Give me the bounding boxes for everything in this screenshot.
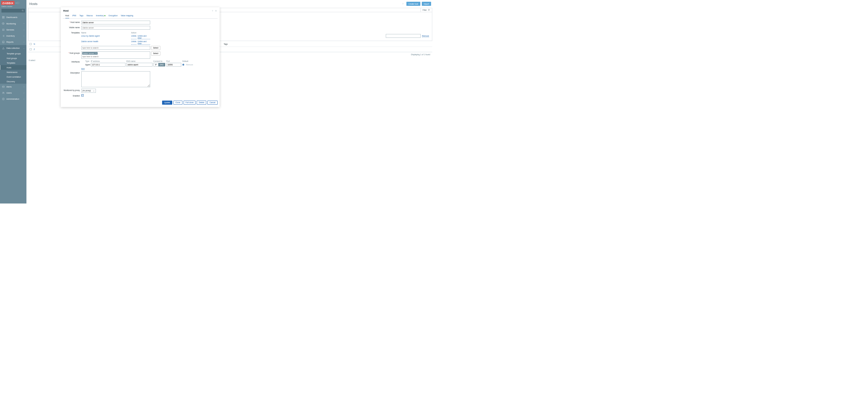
svg-rect-2 <box>2 16 3 17</box>
interface-row: Agent IP DNS Remove <box>81 63 218 66</box>
sidebar-item-services[interactable]: Services﹀ <box>0 27 26 33</box>
tab-encryption[interactable]: Encryption <box>108 14 118 18</box>
full-clone-button[interactable]: Full clone <box>184 100 196 105</box>
template-link[interactable]: Zabbix server health <box>81 40 98 42</box>
eye-icon <box>2 22 5 25</box>
if-dns-input[interactable] <box>126 63 153 66</box>
modal-help-icon[interactable]: ? <box>212 9 213 12</box>
users-icon <box>2 92 5 94</box>
update-button[interactable]: Update <box>162 100 172 105</box>
filter-toggle[interactable]: Filter <box>420 8 432 12</box>
if-port-input[interactable] <box>166 63 181 66</box>
search-input[interactable] <box>1 9 25 12</box>
sidebar-item-alerts[interactable]: Alerts﹀ <box>0 84 26 90</box>
sidebar-item-inventory[interactable]: Inventory﹀ <box>0 33 26 39</box>
cancel-button[interactable]: Cancel <box>208 100 217 105</box>
svg-point-7 <box>2 29 3 30</box>
select-all-checkbox[interactable] <box>30 43 32 45</box>
tab-tags[interactable]: Tags <box>79 14 83 18</box>
tab-inventory[interactable]: Inventory <box>96 14 105 18</box>
tpl-header-name: Name <box>81 32 131 34</box>
label-hostgroups: Host groups <box>69 52 80 54</box>
hostname-input[interactable] <box>81 21 151 24</box>
sidebar-subitem-template-groups[interactable]: Template groups <box>0 51 26 56</box>
sidebar-item-label: Dashboards <box>6 16 25 18</box>
chevron-down-icon: ﹀ <box>23 41 25 43</box>
svg-rect-4 <box>2 18 3 18</box>
sidebar-item-administration[interactable]: Administration﹀ <box>0 96 26 102</box>
sidebar-subitem-host-groups[interactable]: Host groups <box>0 56 26 60</box>
hostgroups-multiselect[interactable]: Zabbix servers ✕ <box>81 52 151 59</box>
chevron-down-icon: ⌄ <box>93 90 95 92</box>
col-tags: Tags <box>224 43 232 45</box>
host-modal: Host ? ✕ HostIPMITagsMacrosInventoryEncr… <box>61 7 220 107</box>
sidebar-item-users[interactable]: Users﹀ <box>0 90 26 96</box>
status-dot-icon <box>104 15 105 16</box>
sidebar-subitem-maintenance[interactable]: Maintenance <box>0 70 26 75</box>
template-select-button[interactable]: Select <box>151 46 160 50</box>
enabled-checkbox[interactable]: ✓ <box>81 94 84 96</box>
sidebar-item-dashboards[interactable]: Dashboards <box>0 14 26 20</box>
sidebar-subitem-discovery[interactable]: Discovery <box>0 79 26 84</box>
remove-pill-icon[interactable]: ✕ <box>95 53 97 54</box>
if-ip-input[interactable] <box>91 63 125 66</box>
help-icon[interactable]: ? <box>402 3 403 5</box>
hostgroup-pill-label: Zabbix servers <box>83 53 94 54</box>
collapse-sidebar-icon[interactable]: « <box>16 2 17 4</box>
page-header: Hosts ? Create host Import <box>26 0 434 7</box>
delete-button[interactable]: Delete <box>197 100 206 105</box>
page-title: Hosts <box>29 2 401 5</box>
import-button[interactable]: Import <box>422 2 431 6</box>
sidebar-subitem-templates[interactable]: Templates <box>0 60 26 65</box>
connect-to-toggle[interactable]: IP DNS <box>153 63 165 66</box>
unlink-link[interactable]: Unlink <box>131 35 136 39</box>
hostgroup-search-input[interactable] <box>82 55 150 58</box>
sidebar-subitem-hosts[interactable]: Hosts <box>0 65 26 70</box>
template-link[interactable]: Linux by Zabbix agent <box>81 35 100 37</box>
add-interface-link[interactable]: Add <box>81 68 85 70</box>
tpl-header-action: Action <box>131 32 151 34</box>
modal-tabs: HostIPMITagsMacrosInventoryEncryptionVal… <box>63 12 218 19</box>
unlink-clear-link[interactable]: Unlink and clear <box>138 35 150 39</box>
unlink-clear-link[interactable]: Unlink and clear <box>138 40 150 45</box>
clone-button[interactable]: Clone <box>174 100 182 105</box>
template-search-input[interactable] <box>81 46 151 50</box>
if-remove-link: Remove <box>186 64 193 66</box>
fullscreen-icon[interactable]: ⛶ <box>17 2 19 4</box>
sidebar-item-reports[interactable]: Reports﹀ <box>0 39 26 45</box>
sidebar-subitem-event-correlation[interactable]: Event correlation <box>0 75 26 79</box>
connect-dns-option[interactable]: DNS <box>158 63 165 66</box>
tab-ipmi[interactable]: IPMI <box>72 14 76 18</box>
tab-label: Tags <box>79 14 83 17</box>
logo[interactable]: ZABBIX <box>1 1 14 5</box>
sidebar-item-monitoring[interactable]: Monitoring﹀ <box>0 20 26 27</box>
tab-host[interactable]: Host <box>65 14 69 18</box>
server-name: Zabbix docker <box>0 5 26 9</box>
tab-value-mapping[interactable]: Value mapping <box>121 14 133 18</box>
sidebar-item-data-collection[interactable]: Data collection︿ <box>0 45 26 51</box>
if-header-default: Default <box>182 60 186 62</box>
connect-ip-option[interactable]: IP <box>154 63 158 66</box>
svg-point-6 <box>3 23 4 24</box>
filter-input[interactable] <box>386 34 421 38</box>
mail-icon <box>2 85 5 88</box>
proxy-select[interactable]: (no proxy) ⌄ <box>81 89 96 93</box>
hostgroup-select-button[interactable]: Select <box>151 52 160 56</box>
create-host-button[interactable]: Create host <box>406 2 420 6</box>
tab-macros[interactable]: Macros <box>87 14 93 18</box>
if-default-radio[interactable] <box>182 64 184 66</box>
dashboard-icon <box>2 16 5 19</box>
tab-label: Inventory <box>96 14 104 17</box>
close-icon[interactable]: ✕ <box>215 9 217 12</box>
row-checkbox[interactable] <box>30 48 32 50</box>
svg-point-28 <box>3 92 4 93</box>
tab-label: Macros <box>87 14 93 17</box>
if-header-ip: IP address <box>91 60 126 62</box>
description-textarea[interactable] <box>81 71 151 87</box>
sidebar: ZABBIX « ⛶ Zabbix docker DashboardsMonit… <box>0 0 26 204</box>
remove-link[interactable]: Remove <box>422 35 429 37</box>
unlink-link[interactable]: Unlink <box>131 40 136 45</box>
sidebar-item-label: Reports <box>6 41 22 43</box>
visiblename-input[interactable] <box>81 26 151 30</box>
label-proxy: Monitored by proxy <box>63 89 81 91</box>
